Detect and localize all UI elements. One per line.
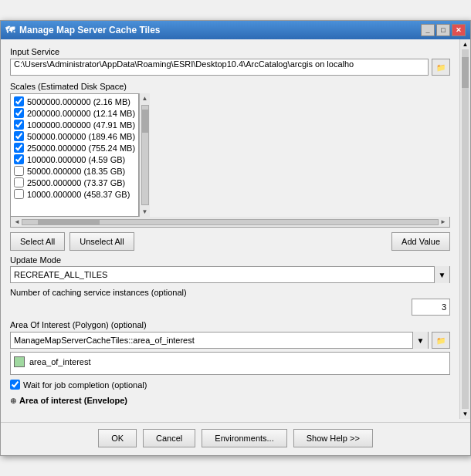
h-scroll-track[interactable] xyxy=(22,219,439,225)
scale-item-label: 250000.000000 (755.24 MB) xyxy=(27,143,135,153)
area-color-indicator xyxy=(14,356,25,367)
cancel-button[interactable]: Cancel xyxy=(143,429,195,447)
scales-label: Scales (Estimated Disk Space) xyxy=(10,82,450,91)
caching-instances-input[interactable] xyxy=(412,299,450,316)
wait-label[interactable]: Wait for job completion (optional) xyxy=(23,380,147,390)
scale-item-label: 500000.000000 (189.46 MB) xyxy=(27,132,135,141)
area-of-interest-value: ManageMapServerCacheTiles::area_of_inter… xyxy=(11,336,412,345)
caching-instances-row xyxy=(10,299,450,316)
scale-item-label: 10000.000000 (458.37 GB) xyxy=(27,190,130,199)
main-window: 🗺 Manage Map Server Cache Tiles _ □ ✕ In… xyxy=(0,20,471,456)
scales-scroll-down[interactable]: ▼ xyxy=(142,207,148,217)
h-scroll-left[interactable]: ◄ xyxy=(12,218,22,225)
area-of-interest-section: Area Of Interest (Polygon) (optional) Ma… xyxy=(10,320,450,375)
main-content: Input Service C:\Users\Administrator\App… xyxy=(1,39,459,419)
select-all-button[interactable]: Select All xyxy=(10,232,65,251)
add-value-button[interactable]: Add Value xyxy=(391,232,450,251)
h-scroll-right[interactable]: ► xyxy=(439,218,448,225)
envelope-header[interactable]: ⊛ Area of interest (Envelope) xyxy=(10,394,450,407)
scale-item-label: 5000000.000000 (2.16 MB) xyxy=(27,97,130,106)
scales-list[interactable]: 5000000.000000 (2.16 MB)2000000.000000 (… xyxy=(10,93,139,217)
area-of-interest-label: Area Of Interest (Polygon) (optional) xyxy=(10,320,450,329)
scales-scroll-up[interactable]: ▲ xyxy=(142,93,148,103)
update-mode-label: Update Mode xyxy=(10,255,450,265)
title-controls: _ □ ✕ xyxy=(421,24,466,36)
scale-item-label: 2000000.000000 (12.14 MB) xyxy=(27,109,135,118)
scale-checkbox-5[interactable] xyxy=(14,154,24,164)
envelope-collapse-icon: ⊛ xyxy=(10,397,16,405)
scales-scroll-track[interactable] xyxy=(141,105,149,205)
envelope-label: Area of interest (Envelope) xyxy=(19,396,127,405)
scale-checkbox-8[interactable] xyxy=(14,189,24,199)
scales-scroll-thumb xyxy=(142,110,148,133)
scale-checkbox-3[interactable] xyxy=(14,131,24,141)
title-bar-left: 🗺 Manage Map Server Cache Tiles xyxy=(5,25,161,35)
area-of-interest-browse-button[interactable]: 📁 xyxy=(432,332,450,349)
h-scroll-thumb xyxy=(38,220,100,224)
window-title: Manage Map Server Cache Tiles xyxy=(19,25,161,35)
wait-checkbox-row: Wait for job completion (optional) xyxy=(10,380,450,390)
area-of-interest-arrow[interactable]: ▼ xyxy=(412,332,428,349)
footer-buttons: OK Cancel Environments... Show Help >> xyxy=(1,422,470,455)
scale-list-item: 1000000.000000 (47.91 MB) xyxy=(12,119,137,130)
main-layout: Input Service C:\Users\Administrator\App… xyxy=(1,39,470,419)
scale-checkbox-0[interactable] xyxy=(14,96,24,106)
scale-item-label: 1000000.000000 (47.91 MB) xyxy=(27,120,135,130)
show-help-button[interactable]: Show Help >> xyxy=(293,429,373,447)
update-mode-group: Update Mode RECREATE_ALL_TILES ▼ xyxy=(10,255,450,283)
area-list-item: area_of_interest xyxy=(14,356,446,368)
scale-checkbox-7[interactable] xyxy=(14,177,24,187)
environments-button[interactable]: Environments... xyxy=(202,429,286,447)
main-scroll-track[interactable] xyxy=(462,49,469,409)
scales-list-container: 5000000.000000 (2.16 MB)2000000.000000 (… xyxy=(10,93,450,217)
scale-list-item: 500000.000000 (189.46 MB) xyxy=(12,130,137,142)
scale-checkbox-6[interactable] xyxy=(14,166,24,176)
caching-instances-label: Number of caching service instances (opt… xyxy=(10,288,450,297)
input-service-label: Input Service xyxy=(10,47,450,56)
scale-item-label: 25000.000000 (73.37 GB) xyxy=(27,178,125,187)
close-button[interactable]: ✕ xyxy=(452,24,466,36)
window-icon: 🗺 xyxy=(5,25,15,35)
minimize-button[interactable]: _ xyxy=(421,24,435,36)
unselect-all-button[interactable]: Unselect All xyxy=(69,232,134,251)
scale-list-item: 100000.000000 (4.59 GB) xyxy=(12,154,137,165)
scale-item-label: 100000.000000 (4.59 GB) xyxy=(27,155,125,164)
scale-buttons-row: Select All Unselect All Add Value xyxy=(10,232,450,251)
update-mode-dropdown[interactable]: RECREATE_ALL_TILES ▼ xyxy=(10,266,450,283)
scales-scrollbar[interactable]: ▲ ▼ xyxy=(139,93,150,217)
content-area: Input Service C:\Users\Administrator\App… xyxy=(1,39,459,419)
main-scroll-thumb xyxy=(462,57,469,88)
input-service-browse-button[interactable]: 📁 xyxy=(432,59,450,76)
scale-item-label: 50000.000000 (18.35 GB) xyxy=(27,167,125,176)
main-scroll-down-arrow[interactable]: ▼ xyxy=(460,409,470,419)
scale-list-item: 2000000.000000 (12.14 MB) xyxy=(12,107,137,119)
main-scrollbar[interactable]: ▲ ▼ xyxy=(459,39,470,419)
title-bar: 🗺 Manage Map Server Cache Tiles _ □ ✕ xyxy=(1,21,470,39)
input-service-row: C:\Users\Administrator\AppData\Roaming\E… xyxy=(10,59,450,76)
scales-hscrollbar[interactable]: ◄ ► xyxy=(10,217,450,228)
scale-list-item: 5000000.000000 (2.16 MB) xyxy=(12,96,137,107)
area-of-interest-list: area_of_interest xyxy=(10,352,450,375)
scale-checkbox-2[interactable] xyxy=(14,120,24,130)
maximize-button[interactable]: □ xyxy=(436,24,450,36)
input-service-field[interactable]: C:\Users\Administrator\AppData\Roaming\E… xyxy=(10,59,429,76)
caching-instances-group: Number of caching service instances (opt… xyxy=(10,288,450,316)
scale-list-item: 50000.000000 (18.35 GB) xyxy=(12,165,137,177)
area-item-label: area_of_interest xyxy=(29,357,91,366)
area-of-interest-dropdown[interactable]: ManageMapServerCacheTiles::area_of_inter… xyxy=(10,332,429,349)
main-scroll-up-arrow[interactable]: ▲ xyxy=(460,39,470,49)
scale-list-item: 25000.000000 (73.37 GB) xyxy=(12,177,137,188)
scales-section: Scales (Estimated Disk Space) 5000000.00… xyxy=(10,82,450,228)
area-dropdown-row: ManageMapServerCacheTiles::area_of_inter… xyxy=(10,332,450,349)
scale-checkbox-4[interactable] xyxy=(14,143,24,153)
update-mode-value: RECREATE_ALL_TILES xyxy=(11,266,434,283)
ok-button[interactable]: OK xyxy=(98,429,137,447)
wait-checkbox[interactable] xyxy=(10,380,20,390)
envelope-section: ⊛ Area of interest (Envelope) xyxy=(10,394,450,407)
scale-checkbox-1[interactable] xyxy=(14,108,24,118)
scale-list-item: 250000.000000 (755.24 MB) xyxy=(12,142,137,154)
scale-list-item: 10000.000000 (458.37 GB) xyxy=(12,188,137,200)
update-mode-arrow[interactable]: ▼ xyxy=(434,266,449,283)
